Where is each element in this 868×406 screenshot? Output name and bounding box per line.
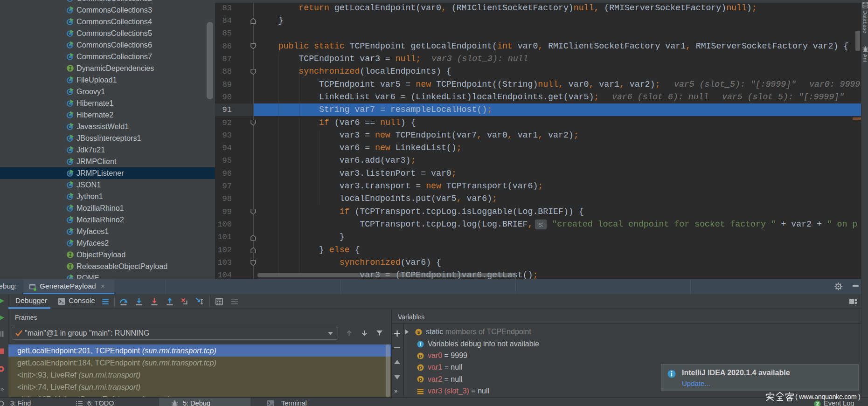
svg-text:2: 2 <box>816 401 819 406</box>
svg-text:i: i <box>420 341 421 347</box>
svg-text:p: p <box>419 353 422 358</box>
svg-text:p: p <box>419 365 422 370</box>
svg-text:s: s <box>417 329 420 335</box>
svg-text:p: p <box>419 376 422 382</box>
